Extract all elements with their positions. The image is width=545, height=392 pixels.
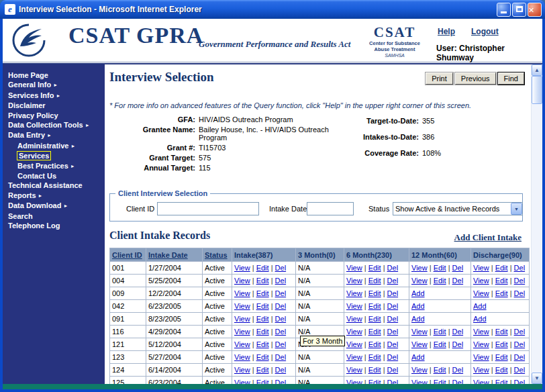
scroll-up-icon[interactable]: ▲: [532, 64, 542, 76]
del-link[interactable]: Del: [275, 277, 287, 285]
del-link[interactable]: Del: [452, 277, 464, 285]
view-link[interactable]: View: [346, 289, 362, 297]
edit-link[interactable]: Edit: [434, 328, 446, 336]
del-link[interactable]: Del: [452, 366, 464, 374]
edit-link[interactable]: Edit: [256, 353, 269, 361]
view-link[interactable]: View: [346, 353, 362, 361]
del-link[interactable]: Del: [514, 379, 526, 384]
edit-link[interactable]: Edit: [368, 353, 381, 361]
add-link[interactable]: Add: [411, 353, 425, 361]
view-link[interactable]: View: [473, 353, 489, 361]
view-link[interactable]: View: [473, 277, 489, 285]
view-link[interactable]: View: [346, 340, 362, 348]
view-link[interactable]: View: [411, 379, 428, 384]
del-link[interactable]: Del: [387, 379, 399, 384]
del-link[interactable]: Del: [387, 340, 399, 348]
sidebar-item-reports[interactable]: Reports►: [3, 191, 105, 201]
edit-link[interactable]: Edit: [434, 277, 446, 285]
view-link[interactable]: View: [346, 302, 362, 310]
del-link[interactable]: Del: [275, 379, 287, 384]
edit-link[interactable]: Edit: [368, 366, 381, 374]
del-link[interactable]: Del: [387, 264, 399, 272]
edit-link[interactable]: Edit: [368, 264, 381, 272]
del-link[interactable]: Del: [387, 328, 399, 336]
intake-date-input[interactable]: [307, 202, 354, 215]
minimize-button[interactable]: [497, 3, 511, 17]
view-link[interactable]: View: [234, 353, 250, 361]
view-link[interactable]: View: [234, 379, 250, 384]
edit-link[interactable]: Edit: [256, 302, 269, 310]
column-header[interactable]: Client ID: [110, 248, 146, 262]
sidebar-item-administrative[interactable]: Administrative►: [3, 141, 105, 151]
edit-link[interactable]: Edit: [495, 264, 508, 272]
view-link[interactable]: View: [473, 366, 489, 374]
view-link[interactable]: View: [346, 264, 362, 272]
view-link[interactable]: View: [473, 340, 489, 348]
edit-link[interactable]: Edit: [495, 353, 508, 361]
view-link[interactable]: View: [346, 277, 362, 285]
print-button[interactable]: Print: [426, 72, 453, 85]
add-link[interactable]: Add: [473, 302, 487, 310]
edit-link[interactable]: Edit: [434, 264, 446, 272]
edit-link[interactable]: Edit: [434, 366, 446, 374]
sidebar-item-search[interactable]: Search: [3, 211, 105, 221]
del-link[interactable]: Del: [514, 340, 526, 348]
view-link[interactable]: View: [411, 366, 428, 374]
vertical-scrollbar[interactable]: ▲ ▼: [531, 64, 542, 384]
scrollbar-thumb[interactable]: [532, 76, 542, 104]
edit-link[interactable]: Edit: [368, 302, 381, 310]
edit-link[interactable]: Edit: [256, 315, 269, 323]
del-link[interactable]: Del: [514, 264, 526, 272]
view-link[interactable]: View: [411, 277, 428, 285]
edit-link[interactable]: Edit: [495, 328, 508, 336]
view-link[interactable]: View: [411, 328, 428, 336]
status-select[interactable]: Show Active & Inactive Records: [393, 202, 523, 215]
sidebar-item-general-info[interactable]: General Info►: [3, 80, 105, 90]
edit-link[interactable]: Edit: [256, 289, 269, 297]
view-link[interactable]: View: [473, 328, 489, 336]
view-link[interactable]: View: [473, 264, 489, 272]
edit-link[interactable]: Edit: [256, 379, 269, 384]
edit-link[interactable]: Edit: [495, 277, 508, 285]
edit-link[interactable]: Edit: [495, 379, 508, 384]
view-link[interactable]: View: [411, 264, 428, 272]
del-link[interactable]: Del: [514, 366, 526, 374]
view-link[interactable]: View: [346, 366, 362, 374]
del-link[interactable]: Del: [275, 353, 287, 361]
del-link[interactable]: Del: [387, 353, 399, 361]
previous-button[interactable]: Previous: [455, 72, 496, 85]
edit-link[interactable]: Edit: [368, 289, 381, 297]
view-link[interactable]: View: [346, 379, 362, 384]
view-link[interactable]: View: [234, 302, 250, 310]
add-client-intake-link[interactable]: Add Client Intake: [454, 232, 522, 243]
sidebar-item-data-entry[interactable]: Data Entry►: [3, 130, 105, 140]
find-button[interactable]: Find: [498, 72, 524, 85]
help-link[interactable]: Help: [438, 27, 455, 36]
del-link[interactable]: Del: [514, 277, 526, 285]
del-link[interactable]: Del: [275, 340, 287, 348]
edit-link[interactable]: Edit: [368, 328, 381, 336]
sidebar-item-privacy-policy[interactable]: Privacy Policy: [3, 111, 105, 120]
edit-link[interactable]: Edit: [256, 340, 269, 348]
view-link[interactable]: View: [234, 289, 250, 297]
del-link[interactable]: Del: [387, 302, 399, 310]
edit-link[interactable]: Edit: [368, 340, 381, 348]
view-link[interactable]: View: [234, 315, 250, 323]
del-link[interactable]: Del: [452, 340, 464, 348]
del-link[interactable]: Del: [452, 264, 464, 272]
view-link[interactable]: View: [234, 264, 250, 272]
scrollbar-track[interactable]: [532, 104, 542, 373]
sidebar-item-services-info[interactable]: Services Info►: [3, 91, 105, 101]
edit-link[interactable]: Edit: [495, 340, 508, 348]
view-link[interactable]: View: [473, 379, 489, 384]
edit-link[interactable]: Edit: [256, 264, 269, 272]
del-link[interactable]: Del: [452, 328, 464, 336]
del-link[interactable]: Del: [275, 328, 287, 336]
del-link[interactable]: Del: [275, 264, 287, 272]
sidebar-item-best-practices[interactable]: Best Practices►: [3, 161, 105, 171]
del-link[interactable]: Del: [387, 366, 399, 374]
edit-link[interactable]: Edit: [368, 277, 381, 285]
close-button[interactable]: ✕: [528, 3, 542, 17]
edit-link[interactable]: Edit: [495, 366, 508, 374]
add-link[interactable]: Add: [411, 289, 425, 297]
